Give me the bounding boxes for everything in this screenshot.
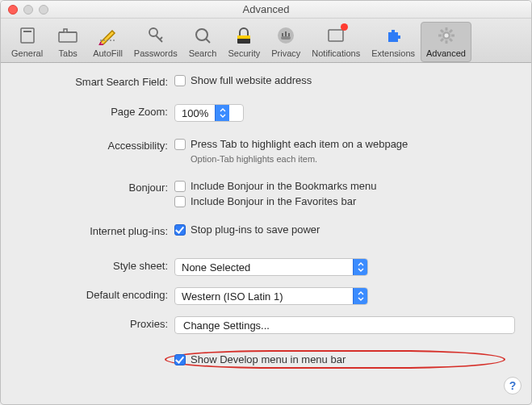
titlebar: Advanced [1,1,531,19]
tab-label: Search [189,48,217,58]
preferences-toolbar: General Tabs AutoFill Passwords Search S… [1,19,531,63]
minimize-button[interactable] [23,5,33,15]
svg-rect-8 [281,36,291,40]
window-title: Advanced [1,3,531,15]
highlight-ellipse: Show Develop menu in menu bar [165,350,505,369]
checkbox-icon [174,139,186,150]
tab-label: Privacy [271,48,300,58]
stepper-icon [353,288,367,304]
advanced-icon [435,24,458,47]
tab-label: General [11,48,43,58]
tab-tabs[interactable]: Tabs [48,22,87,62]
checkbox-label: Include Bonjour in the Favorites bar [191,195,356,207]
svg-rect-6 [237,35,250,39]
window-controls [1,5,48,15]
zoom-button[interactable] [39,5,48,15]
stepper-icon [215,105,229,121]
plugins-label: Internet plug-ins: [17,223,174,237]
proxies-label: Proxies: [17,316,174,330]
checkbox-icon [174,196,186,207]
tab-label: Notifications [312,48,360,58]
passwords-icon [145,24,167,47]
svg-rect-0 [21,28,34,43]
press-tab-checkbox[interactable]: Press Tab to highlight each item on a we… [174,138,515,150]
tab-label: Extensions [371,48,415,58]
svg-rect-1 [23,31,31,32]
svg-rect-9 [329,30,343,41]
page-zoom-label: Page Zoom: [17,104,174,118]
checkbox-label: Show Develop menu in menu bar [191,353,346,365]
svg-point-11 [444,34,448,38]
select-value: None Selected [175,261,353,273]
select-value: 100% [175,107,215,119]
general-icon [16,24,39,47]
tab-advanced[interactable]: Advanced [421,22,471,62]
tab-autofill[interactable]: AutoFill [87,22,128,62]
button-label: Change Settings... [183,319,270,332]
encoding-label: Default encoding: [17,287,174,301]
svg-rect-2 [59,32,77,42]
tab-privacy[interactable]: Privacy [266,22,306,62]
accessibility-label: Accessibility: [17,138,174,152]
show-full-address-checkbox[interactable]: Show full website address [174,74,515,86]
checkbox-label: Include Bonjour in the Bookmarks menu [191,180,377,192]
checkbox-icon [174,354,186,365]
extensions-icon [382,24,404,47]
checkbox-icon [174,181,186,192]
checkbox-icon [174,75,186,86]
autofill-icon [96,24,119,47]
tab-general[interactable]: General [6,22,48,62]
show-develop-checkbox[interactable]: Show Develop menu in menu bar [174,353,476,365]
tabs-icon [57,24,79,47]
tab-label: AutoFill [93,48,123,58]
stylesheet-select[interactable]: None Selected [174,258,368,276]
content-area: Smart Search Field: Show full website ad… [1,63,531,382]
privacy-icon [274,24,297,47]
select-value: Western (ISO Latin 1) [175,290,353,303]
tab-security[interactable]: Security [222,22,266,62]
tab-extensions[interactable]: Extensions [366,22,421,62]
page-zoom-select[interactable]: 100% [174,104,244,122]
change-settings-button[interactable]: Change Settings... [174,316,515,334]
security-icon [232,24,255,47]
stop-plugins-checkbox[interactable]: Stop plug-ins to save power [174,223,515,236]
help-button[interactable]: ? [504,377,522,395]
notifications-icon [325,24,347,47]
help-label: ? [509,379,517,392]
tab-search[interactable]: Search [183,22,223,62]
tab-label: Security [228,48,260,58]
stylesheet-label: Style sheet: [17,258,174,272]
search-icon [191,24,214,47]
tab-label: Tabs [59,48,77,58]
encoding-select[interactable]: Western (ISO Latin 1) [174,287,368,305]
smart-search-label: Smart Search Field: [17,74,174,88]
stepper-icon [353,259,367,275]
bonjour-label: Bonjour: [17,180,174,194]
checkbox-label: Press Tab to highlight each item on a we… [191,138,408,150]
bonjour-favorites-checkbox[interactable]: Include Bonjour in the Favorites bar [174,195,515,207]
tab-notifications[interactable]: Notifications [306,22,366,62]
close-button[interactable] [8,5,18,15]
tab-label: Passwords [134,48,178,58]
tab-passwords[interactable]: Passwords [128,22,183,62]
checkbox-icon [174,224,186,236]
tab-label: Advanced [426,48,466,58]
svg-point-4 [196,29,207,40]
checkbox-label: Show full website address [191,74,312,86]
checkbox-label: Stop plug-ins to save power [191,223,320,236]
press-tab-hint: Option-Tab highlights each item. [174,154,515,164]
bonjour-bookmarks-checkbox[interactable]: Include Bonjour in the Bookmarks menu [174,180,515,192]
